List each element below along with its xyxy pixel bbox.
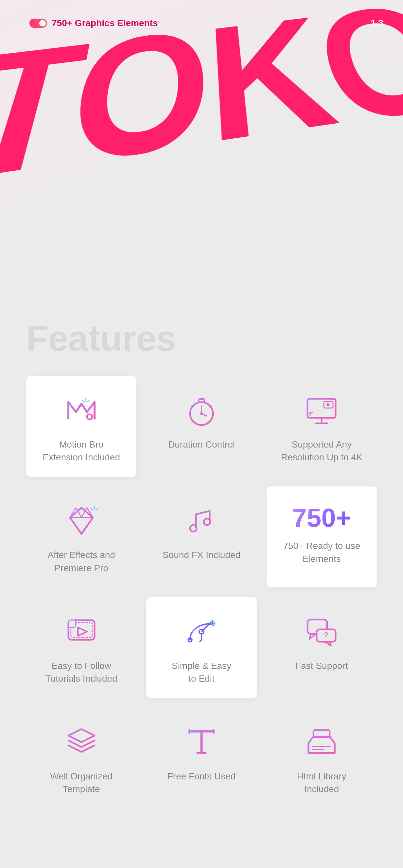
feature-card-motion-bro: Motion BroExtension Included: [26, 376, 136, 477]
music-icon: [183, 503, 220, 539]
hero-section: 750+ Graphics Elements 1.3 TOKO: [0, 0, 403, 294]
toggle-icon: [29, 19, 47, 28]
feature-card-after-effects: After Effects andPremiere Pro: [26, 487, 136, 587]
feature-card-fonts: Free Fonts Used: [146, 708, 256, 808]
badge-text: 750+ Graphics Elements: [52, 18, 158, 28]
feature-card-support: ? Fast Support: [267, 597, 377, 698]
feature-card-duration-control: Duration Control: [146, 376, 256, 477]
pen-tool-icon: [183, 614, 220, 650]
feature-label-elements: 750+ Ready to useElements: [283, 539, 360, 565]
feature-card-tutorials: i Easy to FollowTutorials Included: [26, 597, 136, 698]
font-icon: [183, 724, 220, 760]
feature-card-html-library: Html Library Included: [267, 708, 377, 808]
feature-label-support: Fast Support: [295, 659, 348, 672]
layers-icon: [63, 724, 99, 760]
svg-point-26: [204, 519, 210, 525]
stopwatch-icon: [183, 392, 220, 428]
html-box-icon: [304, 724, 340, 760]
monitor-4k-icon: 4K: [304, 392, 340, 428]
hero-badge: 750+ Graphics Elements: [29, 18, 158, 28]
feature-card-simple-edit: Simple & Easyto Edit: [146, 597, 256, 698]
diamond-icon: [63, 503, 99, 539]
feature-card-organized: Well OrganizedTemplate: [26, 708, 136, 808]
svg-rect-7: [210, 406, 212, 408]
number-icon: 750+: [304, 503, 340, 536]
feature-label-after-effects: After Effects andPremiere Pro: [48, 549, 115, 574]
svg-rect-6: [191, 406, 193, 408]
feature-card-resolution: 4K Supported AnyResolution Up to 4K: [267, 376, 377, 477]
feature-label-tutorials: Easy to FollowTutorials Included: [46, 659, 117, 685]
feature-label-sound-fx: Sound FX Included: [163, 549, 240, 561]
big-number-text: 750+: [292, 503, 351, 533]
feature-label-resolution: Supported AnyResolution Up to 4K: [281, 438, 363, 464]
svg-text:4K: 4K: [326, 403, 331, 407]
svg-text:i: i: [71, 621, 73, 626]
svg-line-2: [82, 401, 84, 402]
svg-line-24: [96, 509, 98, 510]
motion-bro-icon: [63, 392, 99, 428]
toko-title: TOKO: [0, 0, 403, 218]
svg-point-10: [200, 412, 203, 415]
svg-point-25: [190, 525, 197, 532]
features-title: Features: [26, 320, 377, 356]
support-icon: ?: [304, 614, 340, 650]
version-badge: 1.3: [371, 18, 383, 28]
feature-label-motion-bro: Motion BroExtension Included: [42, 438, 120, 464]
svg-point-0: [87, 414, 92, 420]
features-section: Features: [0, 294, 403, 841]
svg-rect-5: [199, 400, 204, 402]
feature-card-sound-fx: Sound FX Included: [146, 487, 256, 587]
svg-line-3: [87, 401, 89, 402]
feature-card-elements: 750+ 750+ Ready to useElements: [267, 487, 377, 587]
feature-label-fonts: Free Fonts Used: [168, 770, 236, 783]
feature-label-organized: Well OrganizedTemplate: [50, 770, 113, 796]
feature-label-html-library: Html Library Included: [279, 770, 364, 796]
tutorial-icon: i: [63, 614, 99, 650]
feature-label-duration-control: Duration Control: [168, 438, 235, 451]
svg-marker-29: [78, 627, 87, 636]
features-grid: Motion BroExtension Included: [26, 376, 377, 809]
svg-line-23: [91, 509, 93, 510]
feature-label-simple-edit: Simple & Easyto Edit: [172, 659, 231, 685]
svg-text:?: ?: [324, 631, 328, 639]
